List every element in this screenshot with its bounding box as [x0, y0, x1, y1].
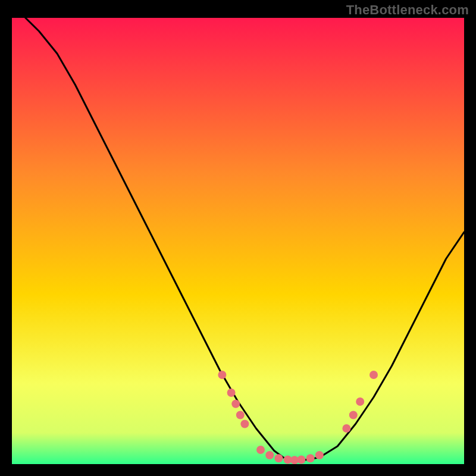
data-marker: [231, 400, 240, 408]
data-marker: [218, 371, 226, 379]
data-marker: [297, 456, 305, 464]
chart-frame: TheBottleneck.com: [0, 0, 476, 476]
data-marker: [315, 451, 324, 459]
watermark-text: TheBottleneck.com: [346, 2, 469, 18]
data-marker: [256, 446, 265, 454]
data-marker: [342, 424, 350, 433]
data-marker: [240, 420, 249, 428]
data-marker: [349, 411, 358, 419]
data-marker: [274, 454, 283, 462]
data-marker: [356, 397, 364, 406]
chart-svg: [12, 18, 464, 464]
data-marker: [227, 389, 236, 397]
data-marker: [236, 411, 245, 419]
data-marker: [369, 371, 378, 379]
plot-area: [12, 18, 464, 464]
gradient-background: [12, 18, 464, 464]
data-marker: [265, 451, 274, 459]
data-marker: [306, 454, 315, 462]
